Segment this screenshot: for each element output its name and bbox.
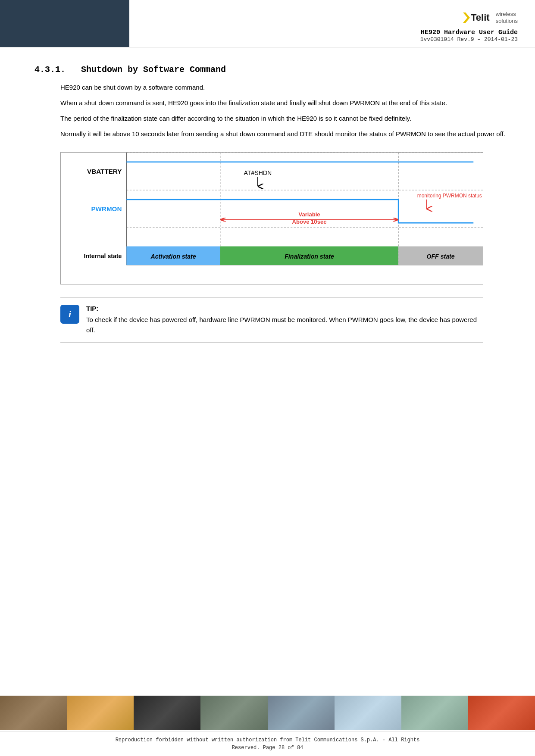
svg-text:Telit: Telit (471, 12, 490, 23)
paragraph-4: Normally it will be above 10 seconds lat… (34, 129, 509, 139)
doc-title: HE920 Hardware User Guide (421, 29, 518, 36)
tip-icon: i (60, 305, 79, 324)
footer-img-1 (0, 696, 67, 730)
section-heading: 4.3.1. Shutdown by Software Command (34, 65, 509, 75)
tip-label: TIP: (86, 305, 483, 312)
svg-text:Finalization state: Finalization state (285, 253, 334, 260)
footer-text: Reproduction forbidden without written a… (0, 731, 535, 756)
footer-img-5 (268, 696, 335, 730)
svg-marker-0 (463, 12, 470, 23)
logo-area: Telit wirelesssolutions (460, 9, 518, 26)
svg-text:OFF state: OFF state (427, 253, 455, 260)
section-title: Shutdown by Software Command (81, 65, 226, 75)
section-number: 4.3.1. (34, 65, 66, 75)
paragraph-1: HE920 can be shut down by a software com… (34, 82, 509, 93)
svg-text:Variable: Variable (298, 211, 320, 218)
tip-content: TIP: To check if the device has powered … (86, 305, 483, 335)
wireless-solutions-text: wirelesssolutions (496, 11, 518, 24)
footer-img-3 (134, 696, 200, 730)
header-dark-panel (0, 0, 129, 47)
footer-text-content: Reproduction forbidden without written a… (116, 736, 420, 752)
svg-text:AT#SHDN: AT#SHDN (244, 169, 272, 176)
telit-logo-svg: Telit (460, 9, 494, 26)
doc-subtitle: 1vv0301014 Rev.9 – 2014-01-23 (420, 36, 518, 43)
svg-text:PWRMON: PWRMON (91, 205, 122, 212)
paragraph-2: When a shut down command is sent, HE920 … (34, 98, 509, 108)
svg-text:monitoring PWRMON status: monitoring PWRMON status (417, 193, 482, 199)
telit-logo: Telit wirelesssolutions (460, 9, 518, 26)
diagram-svg: VBATTERY AT#SHDN PWRMON monitoring PWRMO… (61, 153, 483, 284)
paragraph-3: The period of the finalization state can… (34, 113, 509, 124)
footer-photo-strip (0, 696, 535, 730)
svg-text:Activation  state: Activation state (150, 253, 196, 260)
footer-img-2 (67, 696, 134, 730)
footer-line-1: Reproduction forbidden without written a… (116, 736, 420, 744)
footer-line-2: Reserved. Page 28 of 84 (116, 744, 420, 752)
footer-img-7 (401, 696, 468, 730)
tip-text: To check if the device has powered off, … (86, 315, 483, 335)
tip-box: i TIP: To check if the device has powere… (60, 297, 483, 343)
footer-img-6 (335, 696, 401, 730)
svg-text:VBATTERY: VBATTERY (87, 168, 122, 175)
page-header: Telit wirelesssolutions HE920 Hardware U… (0, 0, 535, 47)
footer-img-4 (200, 696, 267, 730)
header-right-panel: Telit wirelesssolutions HE920 Hardware U… (129, 0, 535, 47)
timing-diagram: VBATTERY AT#SHDN PWRMON monitoring PWRMO… (60, 152, 483, 284)
footer-img-8 (468, 696, 535, 730)
svg-text:Internal state: Internal state (84, 253, 122, 259)
main-content: 4.3.1. Shutdown by Software Command HE92… (0, 47, 535, 373)
svg-rect-3 (61, 153, 483, 190)
